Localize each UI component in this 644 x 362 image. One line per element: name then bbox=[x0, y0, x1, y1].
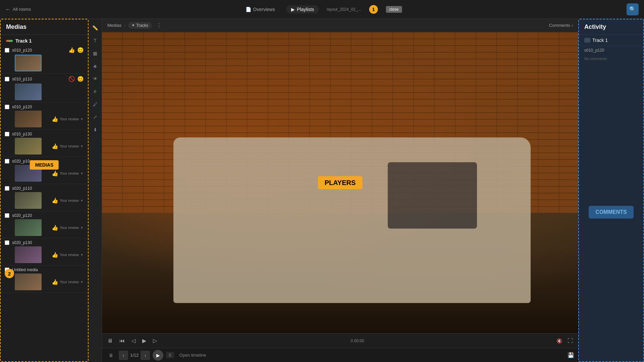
media-thumbnail[interactable] bbox=[15, 219, 42, 236]
top-bar: ← All rooms 📄 Overviews ▶ Playlists layo… bbox=[0, 0, 644, 19]
timeline-bar: 🖥 ‹ 1/12 › ▶ 0 Open timeline 💾 bbox=[102, 348, 578, 362]
back-arrow-icon: ← bbox=[5, 6, 11, 12]
expand-tool-button[interactable]: ⤢ bbox=[90, 112, 100, 122]
list-item[interactable]: s020_p110 👍 Your review ▼ bbox=[1, 184, 88, 211]
open-timeline-button[interactable]: Open timeline bbox=[177, 352, 209, 359]
media-thumbnail[interactable] bbox=[15, 138, 42, 155]
video-area: 🍦 PLAYERS bbox=[102, 32, 578, 333]
activity-header: Activity bbox=[579, 19, 643, 35]
text-tool-button[interactable]: T bbox=[90, 36, 100, 46]
review-text: Your review bbox=[60, 171, 79, 175]
comments-label: Comments bbox=[549, 23, 570, 28]
chevron-down-icon: ▼ bbox=[80, 226, 84, 230]
media-name: s010_p130 bbox=[12, 132, 84, 136]
vehicle-shape bbox=[173, 137, 531, 303]
media-thumbnail[interactable] bbox=[15, 55, 42, 71]
prev-page-button[interactable]: ‹ bbox=[119, 351, 128, 360]
thumb-icons: 🚫 😊 bbox=[68, 76, 84, 82]
transform-tool-button[interactable]: ◈ bbox=[90, 61, 100, 71]
media-name: s010_p120 bbox=[12, 105, 84, 109]
prev-frame-button[interactable]: ⏮ bbox=[118, 337, 126, 345]
face-icon: 😊 bbox=[77, 76, 84, 82]
list-item[interactable]: Untitled media 👍 Your review ▼ bbox=[1, 265, 88, 293]
main-layout: Medias Track 1 s010_p120 👍 😊 bbox=[0, 19, 644, 362]
top-right-area: 🔍 bbox=[627, 3, 639, 15]
list-item[interactable]: s020_p120 👍 Your review ▼ bbox=[1, 211, 88, 238]
medias-sidebar: Medias Track 1 s010_p120 👍 😊 bbox=[0, 19, 89, 362]
media-name: s020_p110 bbox=[12, 186, 84, 191]
monitor-icon-button[interactable]: 🖥 bbox=[106, 337, 114, 345]
badge-2: 2 bbox=[5, 269, 14, 278]
play-pause-button[interactable]: ▶ bbox=[141, 336, 148, 345]
page-indicator: 1/12 bbox=[130, 353, 139, 358]
review-section: 👍 Your review ▼ bbox=[52, 116, 84, 122]
comments-nav[interactable]: Comments › bbox=[549, 23, 573, 28]
playlists-nav[interactable]: ▶ Playlists bbox=[286, 5, 319, 13]
media-thumbnail[interactable] bbox=[15, 192, 42, 209]
media-name: s010_p110 bbox=[12, 77, 66, 81]
list-item[interactable]: s010_p120 👍 😊 bbox=[1, 45, 88, 74]
eye-tool-button[interactable]: 👁 bbox=[90, 74, 100, 84]
next-page-button[interactable]: › bbox=[141, 351, 150, 360]
search-button[interactable]: 🔍 bbox=[627, 3, 639, 15]
media-thumbnail[interactable] bbox=[15, 246, 42, 263]
next-step-button[interactable]: ▷ bbox=[152, 336, 158, 345]
chevron-down-icon: ▼ bbox=[80, 117, 84, 121]
media-name: Untitled media bbox=[12, 267, 84, 272]
media-checkbox[interactable] bbox=[5, 77, 9, 81]
list-item[interactable]: s020_p130 👍 Your review ▼ bbox=[1, 238, 88, 265]
list-item[interactable]: s010_p130 👍 Your review ▼ bbox=[1, 130, 88, 157]
thumbs-up-icon: 👍 bbox=[52, 252, 58, 258]
more-options-button[interactable]: ⋮ bbox=[154, 21, 164, 29]
breadcrumb-medias[interactable]: Medias bbox=[107, 23, 121, 28]
overviews-nav[interactable]: 📄 Overviews bbox=[242, 5, 278, 14]
list-item[interactable]: s010_p120 👍 Your review ▼ bbox=[1, 103, 88, 130]
chevron-down-icon: ▼ bbox=[80, 172, 84, 175]
list-item[interactable]: s010_p110 🚫 😊 bbox=[1, 74, 88, 103]
media-checkbox[interactable] bbox=[5, 240, 9, 245]
thumbs-up-icon: 👍 bbox=[52, 279, 58, 285]
review-text: Your review bbox=[60, 144, 79, 148]
tracks-label: Tracks bbox=[136, 23, 148, 28]
medias-badge: MEDIAS bbox=[30, 160, 59, 170]
close-button[interactable]: close bbox=[386, 6, 402, 13]
prev-step-button[interactable]: ◁ bbox=[130, 336, 137, 345]
video-frame: 🍦 PLAYERS bbox=[102, 32, 578, 333]
comments-badge: COMMENTS bbox=[589, 206, 633, 219]
review-text: Your review bbox=[60, 117, 79, 121]
save-button[interactable]: 💾 bbox=[568, 352, 574, 358]
pen-tool-button[interactable]: ✏️ bbox=[90, 23, 100, 33]
media-checkbox[interactable] bbox=[5, 105, 9, 109]
media-checkbox[interactable] bbox=[5, 48, 9, 53]
thumb-icons: 👍 😊 bbox=[68, 47, 84, 53]
thumbs-up-icon: 👍 bbox=[68, 47, 75, 53]
badge-1: 1 bbox=[369, 5, 378, 14]
tracks-pill[interactable]: ▼ Tracks bbox=[128, 22, 151, 29]
video-content: 🍦 PLAYERS bbox=[102, 32, 578, 333]
draw-tool-button[interactable]: 🖊 bbox=[90, 99, 100, 109]
media-thumbnail[interactable] bbox=[15, 83, 42, 100]
no-comments-text: No comments bbox=[579, 55, 643, 63]
activity-media-name: s010_p120 bbox=[579, 46, 643, 55]
chevron-right-icon: › bbox=[572, 23, 573, 28]
play-center-button[interactable]: ▶ bbox=[153, 350, 163, 361]
review-text: Your review bbox=[60, 198, 79, 202]
grid-tool-button[interactable]: ▦ bbox=[90, 48, 100, 58]
breadcrumb-separator: › bbox=[124, 23, 125, 28]
review-text: Your review bbox=[60, 253, 79, 257]
media-checkbox[interactable] bbox=[5, 186, 9, 191]
hash-tool-button[interactable]: # bbox=[90, 86, 100, 97]
media-checkbox[interactable] bbox=[5, 213, 9, 218]
media-checkbox[interactable] bbox=[5, 132, 9, 136]
frame-number: 0 bbox=[166, 352, 174, 358]
timeline-monitor-button[interactable]: 🖥 bbox=[106, 350, 116, 360]
face-icon: 😊 bbox=[77, 47, 84, 53]
media-thumbnail[interactable] bbox=[15, 274, 42, 290]
media-thumbnail[interactable] bbox=[15, 111, 42, 127]
download-tool-button[interactable]: ⬇ bbox=[90, 125, 100, 135]
fullscreen-button[interactable]: ⛶ bbox=[566, 337, 574, 345]
dropdown-icon: ▼ bbox=[131, 23, 135, 27]
media-checkbox[interactable] bbox=[5, 159, 9, 164]
back-button[interactable]: ← All rooms bbox=[5, 6, 31, 12]
vertical-toolbar: ✏️ T ▦ ◈ 👁 # 🖊 ⤢ ⬇ bbox=[89, 19, 102, 362]
